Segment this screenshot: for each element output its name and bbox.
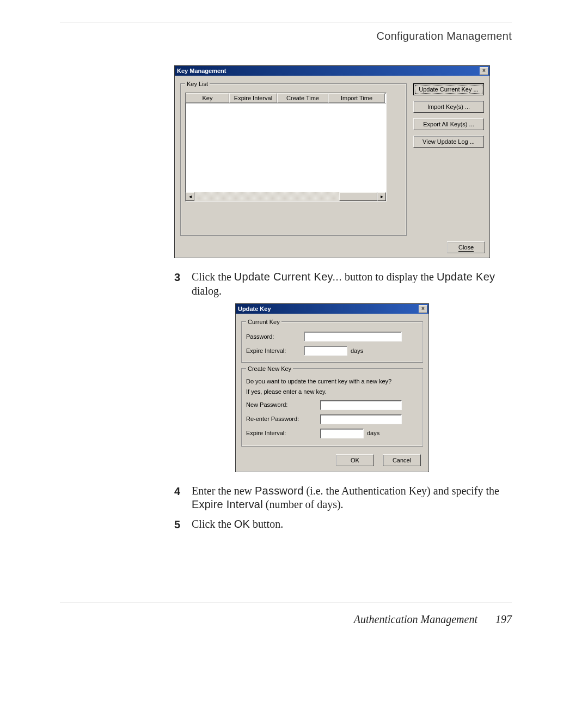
close-button[interactable]: Close [447,241,485,253]
top-rule [60,22,512,22]
new-password-label: New Password: [246,401,317,409]
close-icon[interactable]: × [419,305,427,313]
step-4: 4 Enter the new Password (i.e. the Authe… [174,484,501,512]
expire-interval-label-2: Expire Interval: [246,429,317,437]
step-text: Enter the new Password (i.e. the Authent… [192,484,501,512]
key-management-dialog: Key Management × Key List Key Expire Int… [174,65,490,258]
update-question: Do you want to update the current key wi… [246,377,418,386]
key-list-groupbox: Key List Key Expire Interval Create Time… [180,83,407,236]
dialog-title: Key Management [177,67,226,75]
horizontal-scrollbar[interactable]: ◂ ▸ [186,192,386,201]
update-key-dialog: Update Key × Current Key Password: Expir… [235,303,429,472]
col-key[interactable]: Key [186,93,229,103]
step-text: Click the OK button. [192,517,501,532]
step-number: 3 [174,270,192,298]
close-icon[interactable]: × [480,67,488,75]
ok-button[interactable]: OK [336,454,374,466]
reenter-password-field[interactable] [320,414,402,424]
col-expire-interval[interactable]: Expire Interval [229,93,277,103]
days-label: days [351,347,363,355]
export-all-keys-button[interactable]: Export All Key(s) ... [413,118,484,130]
step-3: 3 Click the Update Current Key... button… [174,270,501,298]
import-keys-button[interactable]: Import Key(s) ... [413,101,484,113]
expire-interval-field-2[interactable] [320,429,364,438]
if-yes-text: If yes, please enter a new key. [246,388,418,396]
step-5: 5 Click the OK button. [174,517,501,532]
key-list-table: Key Expire Interval Create Time Import T… [185,93,387,202]
password-label: Password: [246,333,301,341]
scroll-thumb[interactable] [339,192,377,201]
dialog-title-bar: Update Key × [236,304,428,314]
col-create-time[interactable]: Create Time [277,93,328,103]
step-number: 5 [174,517,192,532]
key-list-legend: Key List [185,80,210,88]
bottom-rule [60,602,512,602]
footer-section: Authentication Management [354,613,477,625]
dialog-title: Update Key [238,305,271,313]
reenter-password-label: Re-enter Password: [246,415,317,423]
expire-interval-label: Expire Interval: [246,347,301,355]
new-password-field[interactable] [320,400,402,410]
view-update-log-button[interactable]: View Update Log ... [413,136,484,148]
current-key-groupbox: Current Key Password: Expire Interval: d… [241,321,423,363]
cancel-button[interactable]: Cancel [383,454,421,466]
scroll-track[interactable] [194,192,377,201]
current-key-legend: Current Key [246,318,281,326]
page-number: 197 [495,613,512,625]
password-field[interactable] [304,332,402,341]
table-header: Key Expire Interval Create Time Import T… [186,93,386,103]
page-footer: Authentication Management 197 [60,612,512,627]
expire-interval-field[interactable] [304,346,347,356]
step-number: 4 [174,484,192,512]
create-new-key-legend: Create New Key [246,365,293,373]
scroll-left-icon[interactable]: ◂ [186,192,194,201]
dialog-title-bar: Key Management × [175,66,489,76]
step-text: Click the Update Current Key... button t… [192,270,501,298]
update-current-key-button[interactable]: Update Current Key ... [413,83,484,95]
page-header: Configuration Management [60,29,512,44]
create-new-key-groupbox: Create New Key Do you want to update the… [241,368,423,447]
col-import-time[interactable]: Import Time [328,93,385,103]
days-label-2: days [367,429,379,437]
scroll-right-icon[interactable]: ▸ [377,192,386,201]
